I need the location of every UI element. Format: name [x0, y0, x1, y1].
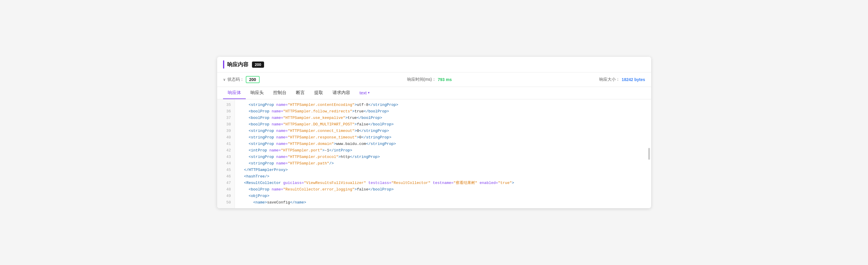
response-time-label: 响应时间(ms)：: [407, 77, 436, 82]
status-bar: ∨ 状态码： 200 响应时间(ms)： 793 ms 响应大小： 18242 …: [217, 73, 651, 87]
code-line-35: <stringProp name="HTTPSampler.contentEnc…: [240, 102, 651, 108]
code-line-47: <ResultCollector guiclass="ViewResultsFu…: [240, 180, 651, 186]
tab-console[interactable]: 控制台: [269, 87, 291, 99]
tabs-bar: 响应体 响应头 控制台 断言 提取 请求内容 text ▾: [217, 87, 651, 99]
line-num-44: 44: [217, 160, 235, 167]
panel-header: 响应内容 200: [217, 57, 651, 73]
header-status-badge: 200: [252, 61, 265, 68]
tab-response-body-label: 响应体: [228, 90, 241, 95]
response-size-label: 响应大小：: [599, 77, 620, 82]
panel-title: 响应内容: [227, 61, 248, 68]
line-num-45: 45: [217, 167, 235, 173]
response-size-item: 响应大小： 18242 bytes: [599, 77, 645, 82]
title-bar: 响应内容: [223, 60, 248, 69]
line-num-39: 39: [217, 128, 235, 134]
tab-assertions-label: 断言: [296, 90, 305, 95]
code-line-36: <boolProp name="HTTPSampler.follow_redir…: [240, 108, 651, 115]
code-line-50: <name>saveConfig</name>: [240, 200, 651, 206]
code-line-37: <boolProp name="HTTPSampler.use_keepaliv…: [240, 115, 651, 121]
code-line-45: </HTTPSamplerProxy>: [240, 167, 651, 173]
response-time-item: 响应时间(ms)： 793 ms: [407, 77, 452, 82]
tab-extract[interactable]: 提取: [309, 87, 328, 99]
status-code-value: 200: [246, 76, 260, 83]
line-num-46: 46: [217, 173, 235, 180]
code-line-40: <stringProp name="HTTPSampler.response_t…: [240, 134, 651, 141]
code-line-48: <boolProp name="ResultCollector.error_lo…: [240, 186, 651, 193]
line-num-37: 37: [217, 115, 235, 121]
status-code-item: ∨ 状态码： 200: [223, 76, 260, 83]
line-num-49: 49: [217, 193, 235, 200]
code-line-41: <stringProp name="HTTPSampler.domain">ww…: [240, 141, 651, 147]
line-num-41: 41: [217, 141, 235, 147]
code-line-42: <intProp name="HTTPSampler.port">-1</int…: [240, 147, 651, 154]
response-panel: 响应内容 200 ∨ 状态码： 200 响应时间(ms)： 793 ms 响应大…: [217, 57, 651, 208]
line-num-43: 43: [217, 154, 235, 160]
chevron-down-icon: ▾: [368, 91, 370, 95]
tab-text-label: text: [360, 90, 367, 95]
scrollbar-handle: [648, 148, 650, 160]
tab-extract-label: 提取: [314, 90, 323, 95]
tab-assertions[interactable]: 断言: [291, 87, 309, 99]
tab-text[interactable]: text ▾: [355, 87, 374, 99]
status-code-label: 状态码：: [227, 77, 244, 82]
code-content: <stringProp name="HTTPSampler.contentEnc…: [235, 99, 651, 208]
code-line-38: <boolProp name="HTTPSampler.DO_MULTIPART…: [240, 121, 651, 128]
line-num-36: 36: [217, 108, 235, 115]
line-numbers: 35 36 37 38 39 40 41 42 43 44 45 46 47 4…: [217, 99, 235, 208]
code-line-39: <stringProp name="HTTPSampler.connect_ti…: [240, 128, 651, 134]
code-line-44: <stringProp name="HTTPSampler.path"/>: [240, 160, 651, 167]
line-num-50: 50: [217, 200, 235, 206]
tab-console-label: 控制台: [273, 90, 286, 95]
code-line-46: <hashTree/>: [240, 173, 651, 180]
tab-request-content-label: 请求内容: [333, 90, 350, 95]
code-line-49: <objProp>: [240, 193, 651, 200]
tab-text-inner: text ▾: [360, 90, 370, 95]
line-num-40: 40: [217, 134, 235, 141]
tab-response-headers[interactable]: 响应头: [246, 87, 269, 99]
code-line-43: <stringProp name="HTTPSampler.protocol">…: [240, 154, 651, 160]
code-area: 35 36 37 38 39 40 41 42 43 44 45 46 47 4…: [217, 99, 651, 208]
line-num-47: 47: [217, 180, 235, 186]
tab-response-headers-label: 响应头: [250, 90, 264, 95]
line-num-35: 35: [217, 102, 235, 108]
tab-request-content[interactable]: 请求内容: [328, 87, 355, 99]
response-time-value: 793 ms: [438, 77, 452, 82]
line-num-42: 42: [217, 147, 235, 154]
response-size-value: 18242 bytes: [622, 77, 645, 82]
tab-response-body[interactable]: 响应体: [223, 87, 246, 99]
title-accent: [223, 60, 224, 69]
chevron-icon: ∨: [223, 78, 226, 82]
line-num-38: 38: [217, 121, 235, 128]
line-num-48: 48: [217, 186, 235, 193]
